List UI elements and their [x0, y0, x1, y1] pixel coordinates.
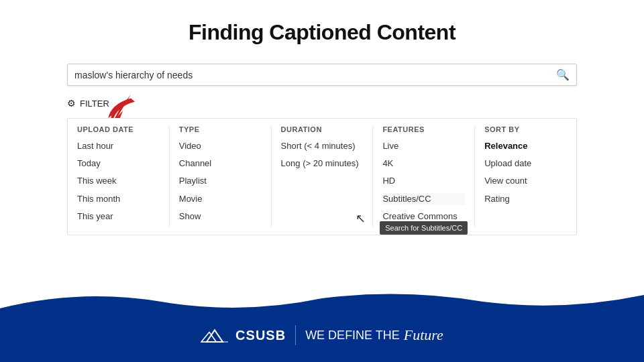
wave-decoration: [0, 288, 644, 308]
page-title: Finding Captioned Content: [189, 20, 455, 45]
footer-logo: CSUSB: [201, 326, 286, 345]
upload-date-header: UPLOAD DATE: [77, 125, 160, 133]
filter-icon: ⚙: [67, 98, 76, 109]
list-item[interactable]: Playlist: [179, 175, 262, 187]
filter-row: ⚙ FILTER: [67, 98, 577, 109]
list-item[interactable]: Movie: [179, 193, 262, 205]
search-input[interactable]: [74, 70, 556, 80]
search-icon[interactable]: 🔍: [556, 68, 570, 81]
features-header: FEATURES: [382, 125, 465, 133]
university-name: CSUSB: [235, 328, 286, 343]
cursor-pointer: ↖: [356, 211, 366, 226]
csusb-mountain-icon: [201, 326, 229, 345]
upload-date-column: UPLOAD DATE Last hour Today This week Th…: [68, 125, 170, 228]
list-item[interactable]: This year: [77, 210, 160, 223]
filter-columns: UPLOAD DATE Last hour Today This week Th…: [68, 119, 576, 235]
subtitles-tooltip: Search for Subtitles/CC: [380, 221, 468, 235]
type-column: TYPE Video Channel Playlist Movie Show: [170, 125, 272, 228]
list-item[interactable]: Rating: [484, 193, 567, 205]
sort-by-header: SORT BY: [484, 125, 567, 133]
relevance-item[interactable]: Relevance: [484, 140, 567, 152]
features-column: FEATURES Live 4K HD Subtitles/CC Creativ…: [373, 125, 475, 228]
footer: CSUSB WE DEFINE THE Future: [0, 308, 644, 362]
list-item[interactable]: View count: [484, 175, 567, 187]
list-item[interactable]: 4K: [382, 158, 465, 170]
list-item[interactable]: Video: [179, 140, 262, 152]
list-item[interactable]: Last hour: [77, 140, 160, 152]
footer-divider: [295, 325, 296, 345]
list-item[interactable]: HD: [382, 175, 465, 187]
footer-slogan-text: WE DEFINE THE: [305, 328, 400, 343]
list-item[interactable]: Today: [77, 158, 160, 170]
svg-marker-1: [201, 333, 216, 342]
list-item[interactable]: Live: [382, 140, 465, 152]
footer-future-text: Future: [404, 326, 443, 344]
type-header: TYPE: [179, 125, 262, 133]
list-item[interactable]: Long (> 20 minutes): [281, 158, 364, 170]
filter-panel: UPLOAD DATE Last hour Today This week Th…: [67, 118, 577, 235]
list-item[interactable]: Upload date: [484, 158, 567, 170]
sort-by-column: SORT BY Relevance Upload date View count…: [475, 125, 576, 228]
list-item[interactable]: This month: [77, 193, 160, 205]
main-content: Finding Captioned Content 🔍 ⚙ FILTER UPL…: [0, 0, 644, 308]
duration-header: DURATION: [281, 125, 364, 133]
list-item[interactable]: Short (< 4 minutes): [281, 140, 364, 152]
list-item[interactable]: Channel: [179, 158, 262, 170]
list-item[interactable]: Show: [179, 210, 262, 223]
search-bar: 🔍: [67, 64, 577, 86]
footer-slogan-area: WE DEFINE THE Future: [305, 326, 443, 344]
list-item[interactable]: This week: [77, 175, 160, 187]
subtitles-cc-item[interactable]: Subtitles/CC: [382, 193, 465, 205]
